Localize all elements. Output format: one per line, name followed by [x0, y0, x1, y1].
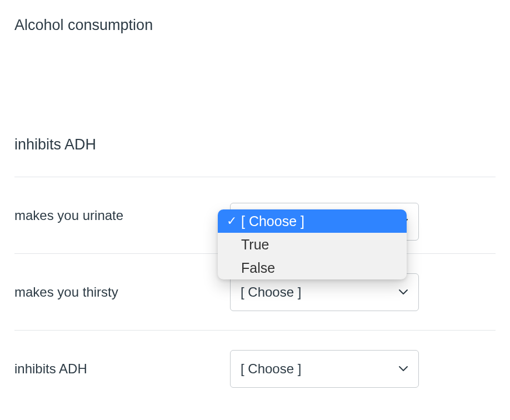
question-label: makes you thirsty	[14, 284, 230, 300]
dropdown-option-label: [ Choose ]	[239, 213, 304, 229]
chevron-down-icon	[398, 287, 408, 297]
question-row: inhibits ADH [ Choose ]	[14, 330, 496, 407]
question-label: makes you urinate	[14, 208, 230, 223]
dropdown-option-true[interactable]: True	[218, 233, 407, 256]
select-value: [ Choose ]	[241, 284, 301, 300]
dropdown-option-placeholder[interactable]: ✓ [ Choose ]	[218, 209, 407, 233]
choose-select[interactable]: [ Choose ]	[230, 350, 419, 388]
page-title: Alcohol consumption	[14, 16, 496, 35]
dropdown-option-false[interactable]: False	[218, 256, 407, 279]
choose-dropdown[interactable]: ✓ [ Choose ] True False	[218, 209, 407, 279]
question-label: inhibits ADH	[14, 361, 230, 377]
dropdown-option-label: True	[239, 237, 269, 253]
page-subtitle: inhibits ADH	[14, 135, 496, 154]
dropdown-option-label: False	[239, 260, 275, 276]
check-icon: ✓	[224, 215, 239, 227]
chevron-down-icon	[398, 364, 408, 374]
spacer	[14, 35, 496, 135]
select-value: [ Choose ]	[241, 361, 301, 377]
